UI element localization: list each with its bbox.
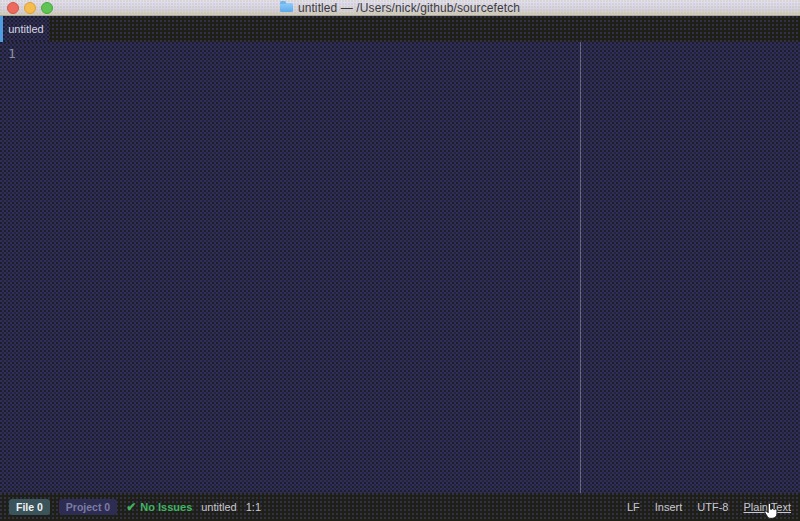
editor-pane[interactable]: 1 [0, 42, 800, 493]
titlebar: untitled — /Users/nick/github/sourcefetc… [0, 0, 800, 16]
window-title: untitled — /Users/nick/github/sourcefetc… [298, 1, 520, 15]
status-file-name: untitled [201, 501, 236, 513]
status-bar: File 0 Project 0 ✔ No Issues untitled 1:… [0, 493, 800, 521]
linter-project-badge[interactable]: Project 0 [59, 499, 117, 515]
minimize-button[interactable] [24, 2, 36, 14]
linter-file-badge[interactable]: File 0 [9, 499, 50, 515]
folder-icon [280, 3, 293, 12]
app-window: untitled — /Users/nick/github/sourcefetc… [0, 0, 800, 521]
window-title-group: untitled — /Users/nick/github/sourcefetc… [280, 1, 520, 15]
check-icon: ✔ [126, 501, 136, 513]
traffic-lights [7, 2, 53, 14]
status-bar-right: LF Insert UTF-8 Plain Text [627, 501, 791, 513]
zoom-button[interactable] [41, 2, 53, 14]
status-bar-left: File 0 Project 0 ✔ No Issues untitled 1:… [9, 499, 261, 515]
tab-untitled[interactable]: untitled [3, 16, 49, 42]
encoding-selector[interactable]: UTF-8 [697, 501, 728, 513]
grammar-selector[interactable]: Plain Text [744, 501, 792, 513]
line-ending-selector[interactable]: LF [627, 501, 640, 513]
line-number: 1 [8, 45, 16, 62]
close-button[interactable] [7, 2, 19, 14]
wrap-guide-line [580, 42, 581, 493]
line-number-gutter: 1 [0, 42, 16, 62]
input-mode-indicator[interactable]: Insert [655, 501, 683, 513]
tab-bar: untitled [0, 16, 800, 42]
cursor-position[interactable]: 1:1 [246, 501, 261, 513]
linter-status-label: No Issues [140, 501, 192, 513]
tab-label: untitled [8, 23, 43, 35]
linter-status[interactable]: ✔ No Issues [126, 501, 192, 513]
